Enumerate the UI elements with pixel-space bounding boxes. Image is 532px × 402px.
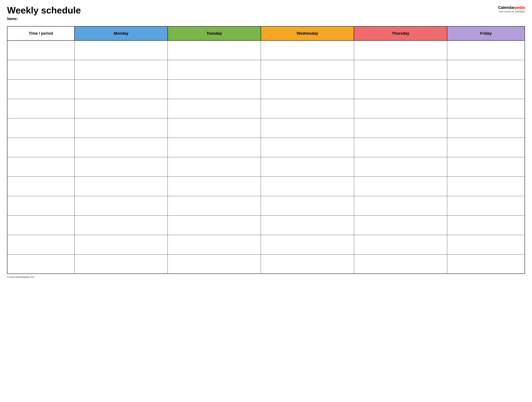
logo-text: Calendarpedia (498, 5, 525, 10)
schedule-cell[interactable] (354, 99, 447, 118)
time-cell[interactable] (7, 157, 75, 176)
table-row (7, 99, 525, 118)
schedule-table: Time / period Monday Tuesday Wednesday T… (7, 26, 525, 274)
schedule-cell[interactable] (168, 157, 261, 176)
schedule-cell[interactable] (168, 215, 261, 235)
time-cell[interactable] (7, 215, 75, 235)
schedule-cell[interactable] (354, 235, 447, 254)
schedule-cell[interactable] (447, 157, 525, 176)
time-cell[interactable] (7, 138, 75, 157)
schedule-cell[interactable] (261, 176, 354, 196)
schedule-cell[interactable] (168, 40, 261, 60)
main-title: Weekly schedule (7, 5, 498, 15)
schedule-cell[interactable] (354, 196, 447, 215)
schedule-cell[interactable] (447, 99, 525, 118)
table-row (7, 215, 525, 235)
schedule-cell[interactable] (354, 176, 447, 196)
schedule-cell[interactable] (75, 196, 168, 215)
schedule-cell[interactable] (447, 215, 525, 235)
schedule-cell[interactable] (168, 254, 261, 274)
schedule-cell[interactable] (447, 196, 525, 215)
logo-calendar: Calendar (498, 5, 515, 10)
schedule-cell[interactable] (354, 138, 447, 157)
schedule-cell[interactable] (261, 235, 354, 254)
schedule-cell[interactable] (354, 79, 447, 99)
schedule-cell[interactable] (354, 118, 447, 138)
table-row (7, 40, 525, 60)
schedule-cell[interactable] (75, 176, 168, 196)
schedule-cell[interactable] (447, 118, 525, 138)
schedule-cell[interactable] (447, 176, 525, 196)
page-header: Weekly schedule Name: Calendarpedia Your… (7, 5, 525, 24)
schedule-cell[interactable] (447, 254, 525, 274)
schedule-cell[interactable] (447, 60, 525, 79)
schedule-cell[interactable] (261, 157, 354, 176)
schedule-cell[interactable] (354, 60, 447, 79)
schedule-cell[interactable] (75, 118, 168, 138)
time-cell[interactable] (7, 235, 75, 254)
logo-section: Calendarpedia Your source for calendars (498, 5, 525, 13)
schedule-cell[interactable] (75, 215, 168, 235)
schedule-cell[interactable] (168, 196, 261, 215)
schedule-cell[interactable] (447, 235, 525, 254)
schedule-cell[interactable] (168, 235, 261, 254)
schedule-cell[interactable] (75, 235, 168, 254)
name-label: Name: (7, 17, 498, 21)
table-row (7, 254, 525, 274)
schedule-cell[interactable] (354, 215, 447, 235)
schedule-cell[interactable] (261, 138, 354, 157)
header-row: Time / period Monday Tuesday Wednesday T… (7, 26, 525, 40)
schedule-cell[interactable] (261, 118, 354, 138)
schedule-cell[interactable] (447, 138, 525, 157)
schedule-cell[interactable] (75, 157, 168, 176)
time-cell[interactable] (7, 176, 75, 196)
title-section: Weekly schedule Name: (7, 5, 498, 24)
col-header-monday: Monday (75, 26, 168, 40)
schedule-cell[interactable] (168, 118, 261, 138)
table-row (7, 79, 525, 99)
time-cell[interactable] (7, 79, 75, 99)
schedule-cell[interactable] (75, 40, 168, 60)
time-cell[interactable] (7, 196, 75, 215)
table-row (7, 176, 525, 196)
time-cell[interactable] (7, 99, 75, 118)
table-row (7, 60, 525, 79)
table-body (7, 40, 525, 274)
schedule-cell[interactable] (261, 215, 354, 235)
schedule-cell[interactable] (168, 60, 261, 79)
schedule-cell[interactable] (261, 99, 354, 118)
schedule-cell[interactable] (75, 79, 168, 99)
schedule-cell[interactable] (75, 60, 168, 79)
footer: © www.calendarpedia.com (7, 276, 525, 278)
table-row (7, 138, 525, 157)
schedule-cell[interactable] (261, 196, 354, 215)
schedule-cell[interactable] (447, 40, 525, 60)
schedule-cell[interactable] (261, 79, 354, 99)
schedule-cell[interactable] (447, 79, 525, 99)
time-cell[interactable] (7, 118, 75, 138)
time-cell[interactable] (7, 60, 75, 79)
col-header-time: Time / period (7, 26, 75, 40)
schedule-cell[interactable] (261, 40, 354, 60)
table-row (7, 196, 525, 215)
col-header-wednesday: Wednesday (261, 26, 354, 40)
schedule-cell[interactable] (168, 79, 261, 99)
schedule-cell[interactable] (75, 254, 168, 274)
time-cell[interactable] (7, 40, 75, 60)
table-row (7, 235, 525, 254)
schedule-cell[interactable] (261, 254, 354, 274)
schedule-cell[interactable] (168, 138, 261, 157)
time-cell[interactable] (7, 254, 75, 274)
schedule-cell[interactable] (168, 176, 261, 196)
schedule-cell[interactable] (168, 99, 261, 118)
col-header-tuesday: Tuesday (168, 26, 261, 40)
schedule-cell[interactable] (354, 40, 447, 60)
schedule-cell[interactable] (261, 60, 354, 79)
table-row (7, 157, 525, 176)
table-header: Time / period Monday Tuesday Wednesday T… (7, 26, 525, 40)
schedule-cell[interactable] (354, 254, 447, 274)
col-header-friday: Friday (447, 26, 525, 40)
schedule-cell[interactable] (354, 157, 447, 176)
schedule-cell[interactable] (75, 99, 168, 118)
schedule-cell[interactable] (75, 138, 168, 157)
